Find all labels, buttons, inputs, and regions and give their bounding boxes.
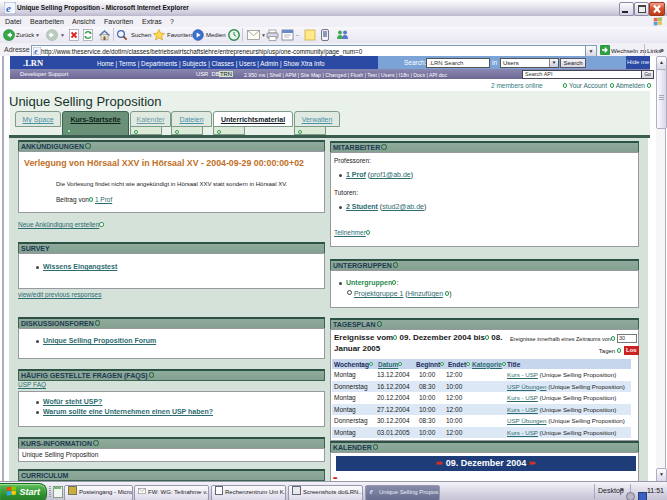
svg-text:e: e [370,487,374,495]
svg-text:e: e [6,2,11,14]
